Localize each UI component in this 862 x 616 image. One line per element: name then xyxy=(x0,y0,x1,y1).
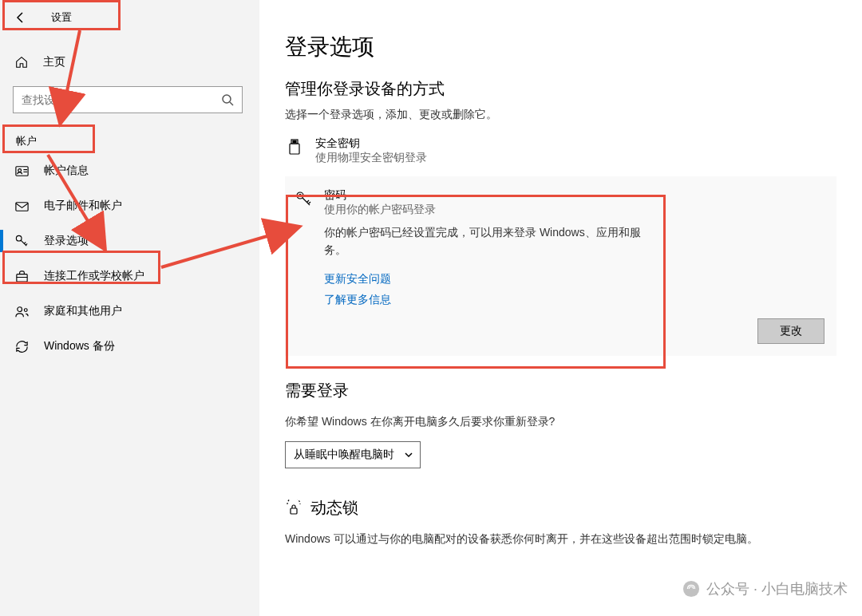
sidebar-item-signin-options[interactable]: 登录选项 xyxy=(0,223,259,259)
key-icon xyxy=(14,234,30,249)
sidebar-item-label: 电子邮件和帐户 xyxy=(44,199,122,213)
settings-title: 设置 xyxy=(51,10,72,25)
password-title: 密码 xyxy=(324,188,436,203)
sidebar-item-backup[interactable]: Windows 备份 xyxy=(0,329,259,364)
option-password[interactable]: 密码 使用你的帐户密码登录 xyxy=(294,188,824,217)
back-button[interactable] xyxy=(13,10,29,26)
update-security-questions-link[interactable]: 更新安全问题 xyxy=(324,272,824,286)
security-key-title: 安全密钥 xyxy=(315,136,427,151)
dynamic-lock-desc: Windows 可以通过与你的电脑配对的设备获悉你何时离开，并在这些设备超出范围… xyxy=(285,530,836,547)
people-icon xyxy=(14,304,30,319)
search-input-container[interactable] xyxy=(13,86,243,113)
require-signin-dropdown[interactable]: 从睡眠中唤醒电脑时 xyxy=(285,441,421,468)
svg-rect-11 xyxy=(290,144,299,154)
svg-rect-9 xyxy=(293,141,295,143)
svg-point-6 xyxy=(18,306,22,311)
svg-rect-3 xyxy=(16,202,28,210)
change-password-button[interactable]: 更改 xyxy=(757,318,824,344)
option-password-expanded: 密码 使用你的帐户密码登录 你的帐户密码已经设置完成，可以用来登录 Window… xyxy=(285,176,836,356)
svg-rect-5 xyxy=(17,274,27,282)
chevron-down-icon xyxy=(404,450,413,460)
manage-signin-desc: 选择一个登录选项，添加、更改或删除它。 xyxy=(285,108,836,122)
home-label: 主页 xyxy=(43,55,65,69)
svg-rect-14 xyxy=(291,508,297,514)
dynamic-lock-icon xyxy=(285,500,302,517)
sidebar-item-email[interactable]: 电子邮件和帐户 xyxy=(0,188,259,223)
svg-point-2 xyxy=(18,168,22,172)
sidebar-item-account-info[interactable]: 帐户信息 xyxy=(0,153,259,188)
briefcase-icon xyxy=(14,269,30,284)
usb-key-icon xyxy=(285,136,304,159)
svg-point-13 xyxy=(299,195,302,197)
sidebar-item-label: 登录选项 xyxy=(44,234,89,248)
manage-signin-title: 管理你登录设备的方式 xyxy=(285,78,836,100)
sidebar-home[interactable]: 主页 xyxy=(0,45,259,80)
sidebar-item-work-school[interactable]: 连接工作或学校帐户 xyxy=(0,259,259,294)
dropdown-value: 从睡眠中唤醒电脑时 xyxy=(294,448,394,462)
sidebar-item-label: Windows 备份 xyxy=(44,339,115,353)
sidebar-item-label: 连接工作或学校帐户 xyxy=(44,269,144,283)
page-title: 登录选项 xyxy=(285,32,836,62)
mail-icon xyxy=(14,199,30,214)
security-key-desc: 使用物理安全密钥登录 xyxy=(315,151,427,165)
svg-point-4 xyxy=(16,235,22,241)
sidebar-item-label: 帐户信息 xyxy=(44,164,89,178)
svg-point-7 xyxy=(24,308,27,311)
svg-rect-10 xyxy=(295,141,297,143)
svg-rect-1 xyxy=(16,166,28,175)
sidebar-item-label: 家庭和其他用户 xyxy=(44,304,122,318)
home-icon xyxy=(14,55,29,69)
sync-icon xyxy=(14,339,30,354)
search-icon xyxy=(221,93,234,106)
require-signin-title: 需要登录 xyxy=(285,380,836,401)
password-desc: 使用你的帐户密码登录 xyxy=(324,203,436,217)
dynamic-lock-title: 动态锁 xyxy=(310,497,358,519)
key-icon xyxy=(294,188,313,211)
svg-point-0 xyxy=(223,95,231,103)
learn-more-link[interactable]: 了解更多信息 xyxy=(324,293,824,307)
person-card-icon xyxy=(14,164,30,179)
require-signin-desc: 你希望 Windows 在你离开电脑多久后要求你重新登录? xyxy=(285,413,836,430)
option-security-key[interactable]: 安全密钥 使用物理安全密钥登录 xyxy=(285,133,836,172)
search-input[interactable] xyxy=(22,93,221,106)
sidebar-section-accounts: 帐户 xyxy=(0,129,259,153)
password-detail: 你的帐户密码已经设置完成，可以用来登录 Windows、应用和服务。 xyxy=(324,223,643,259)
sidebar-item-family[interactable]: 家庭和其他用户 xyxy=(0,294,259,329)
